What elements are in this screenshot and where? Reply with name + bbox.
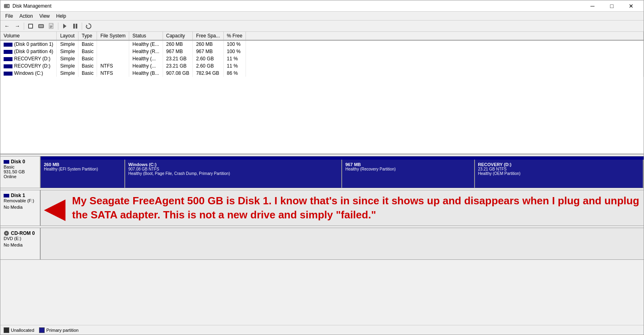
- partition-block[interactable]: 967 MB Healthy (Recovery Partition): [342, 160, 475, 188]
- col-capacity[interactable]: Capacity: [163, 32, 192, 40]
- window-title: Disk Management: [12, 3, 52, 9]
- cdrom0-status: No Media: [4, 243, 37, 247]
- disk1-drive: Removable (F:): [4, 198, 37, 203]
- cell-capacity: 907.08 GB: [163, 70, 192, 77]
- close-button[interactable]: ✕: [622, 0, 640, 12]
- cdrom0-title: CD-ROM 0: [4, 230, 37, 236]
- cell-pctfree: 100 %: [223, 40, 246, 48]
- cell-free: 260 MB: [193, 40, 223, 48]
- col-type[interactable]: Type: [78, 32, 97, 40]
- toolbar-back-button[interactable]: ←: [2, 22, 12, 31]
- svg-rect-10: [50, 27, 52, 27]
- svg-rect-14: [76, 24, 77, 29]
- cell-volume: (Disk 0 partition 4): [0, 48, 57, 55]
- partition-status: Healthy (OEM Partition): [478, 171, 640, 176]
- cell-status: Healthy (R...: [129, 48, 163, 55]
- list-view[interactable]: Volume Layout Type File System Status Ca…: [0, 32, 644, 154]
- cdrom0-drive: DVD (E:): [4, 236, 37, 241]
- app-icon: [4, 3, 10, 9]
- cell-status: Healthy (...: [129, 55, 163, 62]
- minimize-button[interactable]: ─: [583, 0, 602, 12]
- table-row[interactable]: Windows (C:) Simple Basic NTFS Healthy (…: [0, 70, 644, 77]
- cell-empty: [246, 48, 644, 55]
- cell-capacity: 23.21 GB: [163, 62, 192, 70]
- cdrom-icon: [4, 230, 9, 236]
- toolbar-forward-button[interactable]: →: [12, 22, 22, 31]
- col-layout[interactable]: Layout: [57, 32, 78, 40]
- svg-marker-12: [63, 24, 66, 29]
- svg-rect-9: [50, 26, 52, 26]
- cell-capacity: 260 MB: [163, 40, 192, 48]
- cell-fs: [97, 40, 129, 48]
- legend-primary-box: [39, 327, 45, 333]
- table-row[interactable]: (Disk 0 partition 4) Simple Basic Health…: [0, 48, 644, 55]
- cell-pctfree: 11 %: [223, 62, 246, 70]
- toolbar-btn-1[interactable]: [26, 22, 35, 31]
- toolbar-btn-4[interactable]: [60, 22, 70, 31]
- toolbar-btn-3[interactable]: [47, 22, 56, 31]
- table-row[interactable]: (Disk 0 partition 1) Simple Basic Health…: [0, 40, 644, 48]
- toolbar-btn-6[interactable]: [84, 22, 93, 31]
- menu-bar: File Action View Help: [0, 12, 644, 21]
- toolbar-separator-2: [58, 23, 58, 30]
- cell-free: 782.94 GB: [193, 70, 223, 77]
- content-area: Volume Layout Type File System Status Ca…: [0, 32, 644, 325]
- table-row[interactable]: RECOVERY (D:) Simple Basic NTFS Healthy …: [0, 62, 644, 70]
- cell-pctfree: 11 %: [223, 55, 246, 62]
- disk1-icon: [4, 194, 9, 197]
- cell-empty: [246, 70, 644, 77]
- disk0-label: Disk 0 Basic 931.50 GB Online: [0, 156, 41, 188]
- col-pctfree[interactable]: % Free: [223, 32, 246, 40]
- col-status[interactable]: Status: [129, 32, 163, 40]
- disk0-size: 931.50 GB: [4, 169, 37, 174]
- disk-view: Disk 0 Basic 931.50 GB Online 260 MB Hea…: [0, 154, 644, 325]
- col-filesystem[interactable]: File System: [97, 32, 129, 40]
- toolbar: ← →: [0, 21, 644, 32]
- cell-type: Basic: [78, 62, 97, 70]
- disk1-title: Disk 1: [4, 193, 37, 198]
- legend-unallocated-label: Unallocated: [11, 328, 34, 333]
- disk1-label: Disk 1 Removable (F:) No Media: [0, 190, 41, 226]
- cell-fs: [97, 48, 129, 55]
- annotation-arrow-icon: ◀: [44, 194, 66, 222]
- disk1-annotation: My Seagate FreeAgent 500 GB is Disk 1. I…: [72, 194, 640, 222]
- disk0-partitions: 260 MB Healthy (EFI System Partition) Wi…: [41, 160, 644, 188]
- cell-layout: Simple: [57, 40, 78, 48]
- partition-block[interactable]: 260 MB Healthy (EFI System Partition): [41, 160, 125, 188]
- cell-fs: NTFS: [97, 70, 129, 77]
- maximize-button[interactable]: □: [603, 0, 621, 12]
- col-volume[interactable]: Volume: [0, 32, 57, 40]
- partition-block[interactable]: Windows (C:) 907.08 GB NTFS Healthy (Boo…: [125, 160, 342, 188]
- col-freespace[interactable]: Free Spa...: [193, 32, 223, 40]
- title-bar: Disk Management ─ □ ✕: [0, 0, 644, 12]
- menu-view[interactable]: View: [36, 12, 53, 20]
- volumes-table: Volume Layout Type File System Status Ca…: [0, 32, 644, 77]
- menu-file[interactable]: File: [2, 12, 16, 20]
- cell-free: 2.60 GB: [193, 62, 223, 70]
- disk1-status: No Media: [4, 205, 37, 210]
- disk0-icon: [4, 160, 9, 164]
- disk1-nomedia: ◀ My Seagate FreeAgent 500 GB is Disk 1.…: [41, 190, 644, 226]
- cell-type: Basic: [78, 70, 97, 77]
- partition-name: Windows (C:): [128, 162, 338, 167]
- toolbar-btn-2[interactable]: [36, 22, 46, 31]
- disk1-name: Disk 1: [11, 193, 25, 198]
- cell-status: Healthy (...: [129, 62, 163, 70]
- partition-name: 260 MB: [44, 162, 121, 167]
- cell-pctfree: 86 %: [223, 70, 246, 77]
- cell-fs: NTFS: [97, 62, 129, 70]
- menu-action[interactable]: Action: [16, 12, 36, 20]
- toolbar-btn-5[interactable]: [70, 22, 80, 31]
- partition-block[interactable]: RECOVERY (D:) 23.21 GB NTFS Healthy (OEM…: [475, 160, 644, 188]
- cdrom0-row: CD-ROM 0 DVD (E:) No Media: [0, 228, 644, 260]
- disk-management-window: Disk Management ─ □ ✕ File Action View H…: [0, 0, 644, 335]
- svg-point-18: [6, 233, 7, 234]
- svg-point-2: [8, 5, 9, 7]
- disk0-name: Disk 0: [11, 159, 25, 164]
- menu-help[interactable]: Help: [53, 12, 70, 20]
- partition-name: 967 MB: [345, 162, 471, 167]
- table-row[interactable]: RECOVERY (D:) Simple Basic Healthy (... …: [0, 55, 644, 62]
- cell-type: Basic: [78, 55, 97, 62]
- cell-layout: Simple: [57, 70, 78, 77]
- svg-rect-7: [39, 25, 43, 27]
